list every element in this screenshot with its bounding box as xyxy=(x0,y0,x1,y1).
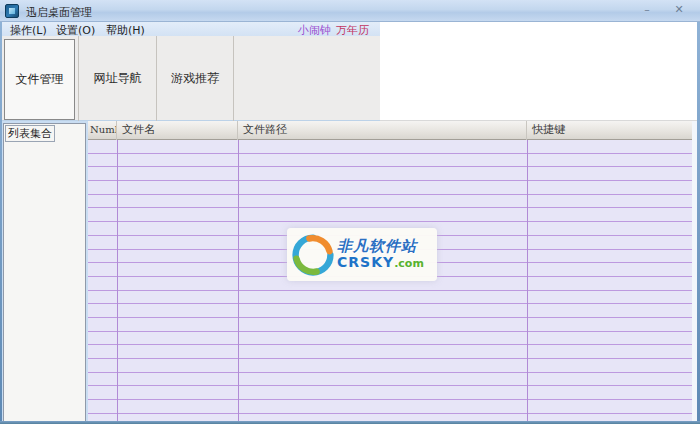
tab-site-navigation[interactable]: 网址导航 xyxy=(79,36,156,121)
window-title: 迅启桌面管理 xyxy=(26,5,92,20)
tab-divider xyxy=(233,36,234,121)
table-row xyxy=(88,195,692,209)
column-divider xyxy=(238,140,239,424)
app-icon xyxy=(5,4,19,18)
table-row xyxy=(88,386,692,400)
column-header-number[interactable]: Number xyxy=(88,121,117,140)
table-row xyxy=(88,332,692,346)
minimize-button[interactable]: – xyxy=(634,2,660,18)
column-divider xyxy=(527,140,528,424)
watermark-domain: CRSKY.com xyxy=(337,255,424,270)
title-bar: 迅启桌面管理 – ✕ xyxy=(0,0,700,22)
column-header-filename[interactable]: 文件名 xyxy=(117,121,238,140)
table-row xyxy=(88,167,692,181)
watermark-crsky: CRSKY xyxy=(337,254,394,270)
table-header: Number 文件名 文件路径 快捷键 xyxy=(88,121,692,140)
top-right-panel xyxy=(380,22,697,121)
table-row xyxy=(88,373,692,387)
table-row xyxy=(88,400,692,414)
close-button[interactable]: ✕ xyxy=(666,2,692,18)
table-row xyxy=(88,154,692,168)
watermark-tld: .com xyxy=(394,257,424,270)
list-item-collection[interactable]: 列表集合 xyxy=(5,125,55,142)
tab-game-recommend[interactable]: 游戏推荐 xyxy=(157,36,233,121)
menu-bar: 操作(L) 设置(O) 帮助(H) 小闹钟 万年历 xyxy=(0,22,380,36)
table-row xyxy=(88,345,692,359)
window-border-left xyxy=(0,22,2,424)
tab-file-management[interactable]: 文件管理 xyxy=(4,39,75,120)
table-row xyxy=(88,318,692,332)
column-header-filepath[interactable]: 文件路径 xyxy=(238,121,527,140)
table-row xyxy=(88,359,692,373)
app-window: 迅启桌面管理 – ✕ 操作(L) 设置(O) 帮助(H) 小闹钟 万年历 文件管… xyxy=(0,0,700,424)
table-row xyxy=(88,208,692,222)
table-body[interactable] xyxy=(88,140,692,424)
table-row xyxy=(88,291,692,305)
crsky-watermark: 非凡软件站 CRSKY.com xyxy=(287,228,437,281)
crsky-logo-icon xyxy=(291,233,335,277)
column-divider xyxy=(117,140,118,424)
list-collection-listbox[interactable]: 列表集合 xyxy=(3,123,86,422)
table-row xyxy=(88,304,692,318)
watermark-text: 非凡软件站 CRSKY.com xyxy=(337,239,424,269)
watermark-site-name: 非凡软件站 xyxy=(337,239,424,255)
tab-strip: 文件管理 网址导航 游戏推荐 xyxy=(0,36,380,121)
table-row xyxy=(88,181,692,195)
column-header-hotkey[interactable]: 快捷键 xyxy=(527,121,692,140)
table-row xyxy=(88,140,692,154)
